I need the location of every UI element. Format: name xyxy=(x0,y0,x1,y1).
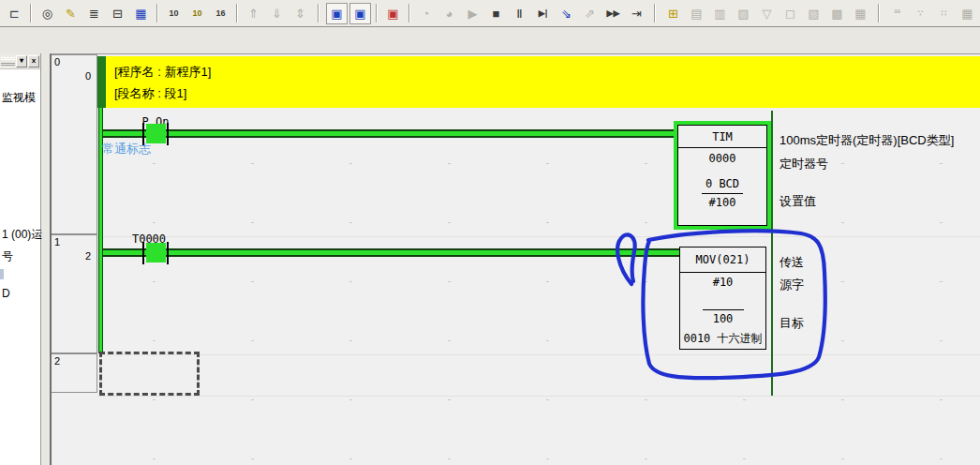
toolbar-button xyxy=(318,4,319,22)
contact-t0000[interactable] xyxy=(146,243,166,262)
rung-separator xyxy=(97,396,980,397)
panel-titlebar[interactable]: ▾ x xyxy=(0,53,40,69)
filter-funnel-icon[interactable]: ▽ xyxy=(756,3,778,24)
mov-operand2-label: 目标 xyxy=(780,315,804,332)
tim-title: TIM xyxy=(678,126,766,148)
plc-clock-icon[interactable]: ⊞ xyxy=(662,3,684,24)
mov-operand1: #10 xyxy=(713,276,734,290)
contact-leg xyxy=(167,123,169,145)
tree-item-selected-fragment[interactable] xyxy=(0,269,4,279)
list-grid-icon[interactable]: ▦ xyxy=(957,3,978,24)
mov-current-hex: 0010 十六进制 xyxy=(683,332,762,346)
rung-number: 0 xyxy=(54,56,94,68)
tim-current-value: 0 BCD xyxy=(705,177,739,191)
toolbar-button xyxy=(878,4,880,22)
monitor-decimal-icon[interactable]: 10 xyxy=(163,3,185,24)
rung-number: 2 xyxy=(54,355,94,367)
upload-to-plc-icon[interactable]: ⇑ xyxy=(243,3,264,24)
contact-leg xyxy=(167,242,169,264)
run-icon[interactable]: ▶ xyxy=(462,3,483,24)
ladder-diagram-view: 0 0 1 2 2 [程序名 : 新程序1] [段名称 : 段1] xyxy=(50,53,980,465)
binary-view-icon[interactable]: ▦ xyxy=(130,3,152,24)
rung-margin-1[interactable]: 1 2 xyxy=(52,234,97,353)
work-online-icon[interactable]: ▣ xyxy=(326,3,348,24)
contact-p-on-comment: 常通标志 xyxy=(102,141,151,158)
pause-monitor-icon[interactable]: ◔ xyxy=(415,3,437,24)
tim-instruction-block[interactable]: TIM 0000 0 BCD #100 xyxy=(677,125,767,226)
rung0-rail xyxy=(103,129,676,138)
rung-separator xyxy=(97,354,980,355)
toolbar-button xyxy=(376,4,378,22)
to-end-icon[interactable]: ⇥ xyxy=(626,3,647,24)
right-bus-bar xyxy=(771,111,773,396)
rung-margin-tail xyxy=(52,393,97,465)
tim-value-divider xyxy=(702,193,743,194)
tim-description: 100ms定时器(定时器)[BCD类型] xyxy=(780,132,954,149)
panel-dropdown-button[interactable]: ▾ xyxy=(16,55,27,68)
work-online-simulator-icon[interactable]: ▣ xyxy=(349,3,371,24)
tree-item-program-run[interactable]: 1 (00)运 xyxy=(2,227,42,243)
mov-instruction-block[interactable]: MOV(021) #10 100 0010 十六进制 xyxy=(679,247,766,350)
mov-value-divider xyxy=(703,309,744,310)
shade-b-icon[interactable]: ▩ xyxy=(826,3,848,24)
release-access-icon[interactable]: ▦ xyxy=(850,3,871,24)
continue-icon[interactable]: ▶▶ xyxy=(602,3,624,24)
exit-section-icon[interactable]: ⊏ xyxy=(4,3,25,24)
download-from-plc-icon[interactable]: ⇓ xyxy=(266,3,288,24)
toolbar-row-2: ⊏◎✎≣⊟▦101016⇑⇓⇕▣▣▣◔◕▶■Ⅱ▶|⇘⇗▶▶⇥⊞▤▥▨▽◻▧▩▦ª… xyxy=(0,0,980,27)
transfer-settings-icon[interactable]: ▤ xyxy=(686,3,707,24)
rung1-rail xyxy=(103,248,679,257)
program-header: [程序名 : 新程序1] [段名称 : 段1] xyxy=(97,56,980,108)
tim-operand2: #100 xyxy=(709,196,736,210)
dialog-view-icon[interactable]: ⊟ xyxy=(107,3,128,24)
rung-margin-0[interactable]: 0 0 xyxy=(52,54,97,234)
rung-step-count: 0 xyxy=(54,70,94,82)
pause-icon[interactable]: Ⅱ xyxy=(509,3,530,24)
rung-step-count: 2 xyxy=(54,250,94,262)
tree-item-monitor-mode[interactable]: 监视模 xyxy=(2,90,36,106)
contact-leg xyxy=(142,242,144,264)
project-tree-panel: ▾ x 监视模 1 (00)运 号 D xyxy=(0,53,41,465)
compare-with-plc-icon[interactable]: ⇕ xyxy=(290,3,311,24)
find-icon[interactable]: ◎ xyxy=(37,3,58,24)
monitor-off-icon[interactable]: ▣ xyxy=(382,3,404,24)
rung-number: 1 xyxy=(54,236,94,248)
rung-margin-2[interactable]: 2 xyxy=(52,353,97,393)
tim-operand2-label: 设置值 xyxy=(780,193,816,210)
ladder-cursor-cell[interactable] xyxy=(99,352,200,396)
monitor-hex-icon[interactable]: 16 xyxy=(210,3,231,24)
tim-operand1-label: 定时器号 xyxy=(780,156,828,172)
pair-a-icon[interactable]: ªª xyxy=(886,3,908,24)
tim-operand1: 0000 xyxy=(709,152,736,166)
toolbar-button xyxy=(30,4,32,22)
pattern-view-icon[interactable]: ▨ xyxy=(733,3,754,24)
step-to-next-icon[interactable]: ▶| xyxy=(532,3,554,24)
toolbar-button xyxy=(156,4,158,22)
memory-view-icon[interactable]: ▥ xyxy=(709,3,731,24)
tree-item-symbol[interactable]: 号 xyxy=(2,248,13,264)
mov-current-value: 100 xyxy=(713,312,734,326)
comment-marker-icon[interactable]: ✎ xyxy=(60,3,82,24)
section-list-icon[interactable]: ≣ xyxy=(83,3,105,24)
panel-close-button[interactable]: x xyxy=(28,55,39,68)
cx-programmer-window: ✎≡⊞▤SMACI↖⊣⊢⊣/⊢⊣↑⊣↓│─○⊘▭▯▱└✂⊡❖▦✎⊠⊡⊟⁝▤HC⊞… xyxy=(0,0,980,465)
tim-selection-highlight: TIM 0000 0 BCD #100 xyxy=(674,121,771,230)
mov-title: MOV(021) xyxy=(680,248,765,273)
monitor-signed-decimal-icon[interactable]: 10 xyxy=(186,3,208,24)
panel-grip-handle[interactable] xyxy=(1,57,15,66)
program-name-line: [程序名 : 新程序1] xyxy=(114,61,980,82)
toolbar-button xyxy=(408,4,410,22)
step-out-icon[interactable]: ⇗ xyxy=(579,3,601,24)
tree-item-memory[interactable]: D xyxy=(2,287,10,300)
step-into-icon[interactable]: ⇘ xyxy=(556,3,577,24)
stop-icon[interactable]: ■ xyxy=(485,3,507,24)
trigger-monitor-icon[interactable]: ◕ xyxy=(438,3,460,24)
rung-separator xyxy=(97,236,980,237)
comment-bubble-icon[interactable]: ◻ xyxy=(780,3,801,24)
shade-a-icon[interactable]: ▧ xyxy=(803,3,824,24)
toolbar-button xyxy=(654,4,656,22)
pair-b-icon[interactable]: ∵ xyxy=(910,3,931,24)
pair-c-icon[interactable]: ∷ xyxy=(933,3,955,24)
header-green-bar xyxy=(97,56,106,108)
section-name-line: [段名称 : 段1] xyxy=(114,82,980,104)
